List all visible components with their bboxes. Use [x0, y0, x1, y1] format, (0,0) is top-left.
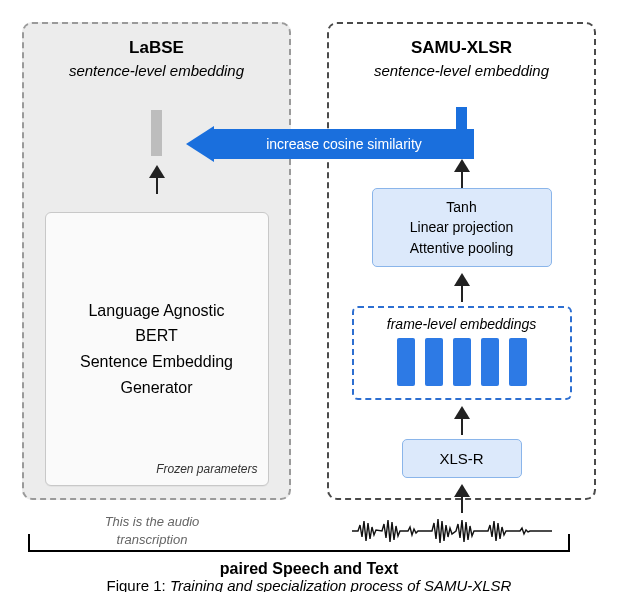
xlsr-box: XLS-R [402, 439, 522, 478]
input-line: This is the audio [62, 513, 242, 531]
labse-column: LaBSE sentence-level embedding Language … [22, 22, 291, 500]
frozen-parameters-label: Frozen parameters [156, 460, 257, 479]
labse-title: LaBSE [129, 38, 184, 58]
labse-subtitle: sentence-level embedding [69, 62, 244, 79]
arrow-up-icon [454, 404, 470, 435]
labse-box-line: Language Agnostic [88, 298, 224, 324]
caption-prefix: Figure 1: [107, 577, 170, 592]
architecture-diagram: increase cosine similarity LaBSE sentenc… [22, 22, 596, 534]
frame-label: frame-level embeddings [362, 316, 562, 332]
samu-subtitle: sentence-level embedding [374, 62, 549, 79]
labse-generator-box: Language Agnostic BERT Sentence Embeddin… [45, 212, 269, 486]
cosine-similarity-arrow: increase cosine similarity [186, 126, 474, 162]
pooling-line: Attentive pooling [383, 238, 541, 258]
paired-bracket-icon [28, 534, 570, 552]
frame-bar-icon [397, 338, 415, 386]
pooling-line: Linear projection [383, 217, 541, 237]
embedding-bar-icon [151, 110, 162, 156]
arrow-left-icon [186, 126, 214, 162]
labse-box-line: BERT [135, 323, 177, 349]
frame-embeddings-box: frame-level embeddings [352, 306, 572, 400]
samu-xlsr-column: SAMU-XLSR sentence-level embedding Tanh … [327, 22, 596, 500]
figure-caption: Figure 1: Training and specialization pr… [0, 577, 618, 592]
pooling-box: Tanh Linear projection Attentive pooling [372, 188, 552, 267]
frame-bars-icon [362, 338, 562, 386]
frame-bar-icon [481, 338, 499, 386]
frame-bar-icon [453, 338, 471, 386]
cosine-label: increase cosine similarity [214, 129, 474, 159]
pooling-line: Tanh [383, 197, 541, 217]
samu-title: SAMU-XLSR [411, 38, 512, 58]
labse-box-line: Generator [120, 375, 192, 401]
arrow-up-icon [149, 163, 165, 194]
frame-bar-icon [509, 338, 527, 386]
arrow-up-icon [454, 271, 470, 302]
arrow-up-icon [454, 482, 470, 513]
frame-bar-icon [425, 338, 443, 386]
labse-box-line: Sentence Embedding [80, 349, 233, 375]
paired-label: paired Speech and Text [0, 560, 618, 578]
caption-text: Training and specialization process of S… [170, 577, 512, 592]
